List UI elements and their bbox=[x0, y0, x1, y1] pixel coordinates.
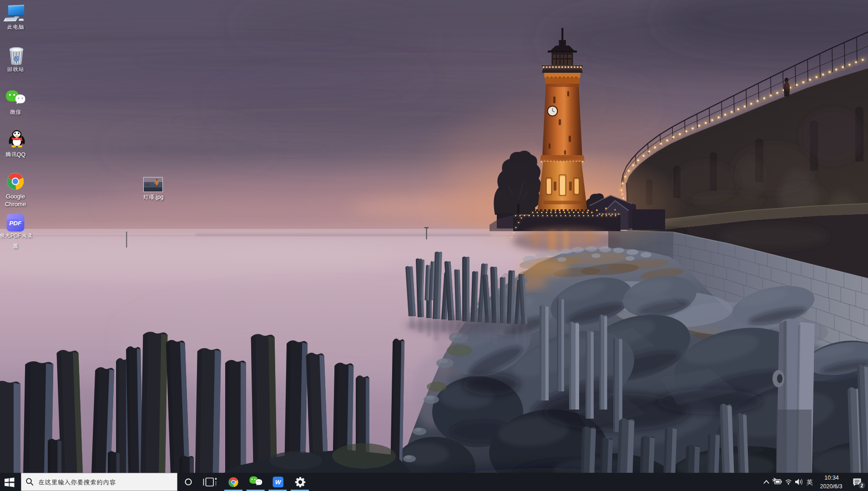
svg-text:2020/6/3: 2020/6/3 bbox=[820, 483, 842, 490]
svg-text:PDF: PDF bbox=[9, 220, 22, 227]
svg-text:Chrome: Chrome bbox=[5, 201, 26, 208]
svg-text:10:34: 10:34 bbox=[824, 475, 839, 481]
svg-text:.jpg: .jpg bbox=[154, 194, 163, 200]
svg-text:2: 2 bbox=[860, 483, 863, 488]
svg-text:Google: Google bbox=[6, 193, 25, 200]
svg-text:QQ: QQ bbox=[17, 152, 26, 158]
svg-text:W: W bbox=[275, 479, 282, 486]
svg-text:PDF: PDF bbox=[10, 233, 21, 239]
